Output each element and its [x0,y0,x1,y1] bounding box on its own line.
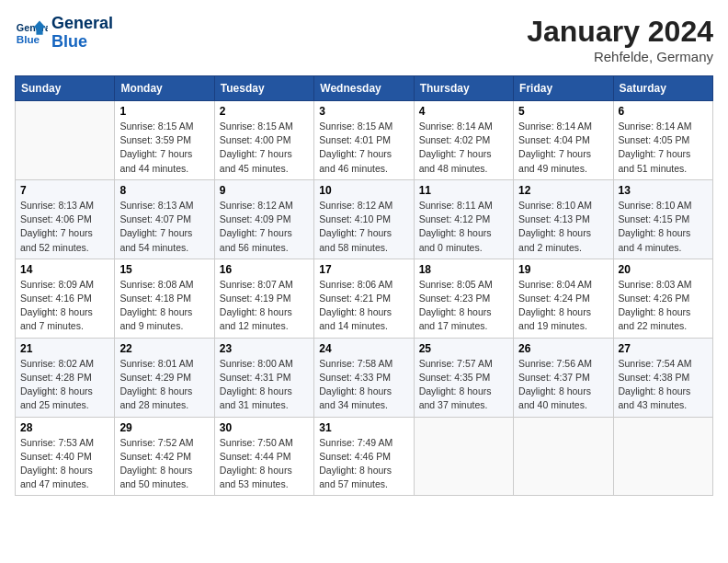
calendar-cell: 12 Sunrise: 8:10 AMSunset: 4:13 PMDaylig… [514,179,613,259]
calendar-cell: 30 Sunrise: 7:50 AMSunset: 4:44 PMDaylig… [214,417,313,496]
day-number: 21 [20,342,109,355]
day-info: Sunrise: 8:12 AMSunset: 4:10 PMDaylight:… [319,199,408,255]
day-info: Sunrise: 8:06 AMSunset: 4:21 PMDaylight:… [319,278,408,334]
calendar-cell: 27 Sunrise: 7:54 AMSunset: 4:38 PMDaylig… [613,338,712,417]
logo: General Blue General Blue [15,15,113,52]
day-number: 23 [220,342,309,355]
day-info: Sunrise: 8:14 AMSunset: 4:05 PMDaylight:… [619,120,708,176]
day-info: Sunrise: 7:57 AMSunset: 4:35 PMDaylight:… [419,357,508,413]
logo-icon: General Blue [15,17,48,50]
day-info: Sunrise: 8:08 AMSunset: 4:18 PMDaylight:… [119,278,209,334]
calendar-cell: 5 Sunrise: 8:14 AMSunset: 4:04 PMDayligh… [514,101,613,180]
day-number: 6 [619,105,708,118]
calendar-table: SundayMondayTuesdayWednesdayThursdayFrid… [15,75,713,496]
day-number: 22 [119,342,209,355]
calendar-cell: 11 Sunrise: 8:11 AMSunset: 4:12 PMDaylig… [414,179,513,259]
calendar-cell: 4 Sunrise: 8:14 AMSunset: 4:02 PMDayligh… [414,101,513,180]
day-info: Sunrise: 8:13 AMSunset: 4:06 PMDaylight:… [20,199,109,255]
day-info: Sunrise: 8:09 AMSunset: 4:16 PMDaylight:… [20,278,109,334]
calendar-cell [613,417,712,496]
calendar-cell: 28 Sunrise: 7:53 AMSunset: 4:40 PMDaylig… [16,417,115,496]
day-info: Sunrise: 7:50 AMSunset: 4:44 PMDaylight:… [220,436,309,492]
calendar-cell: 17 Sunrise: 8:06 AMSunset: 4:21 PMDaylig… [314,259,414,338]
calendar-cell: 26 Sunrise: 7:56 AMSunset: 4:37 PMDaylig… [514,338,613,417]
day-number: 15 [119,263,209,276]
calendar-cell: 9 Sunrise: 8:12 AMSunset: 4:09 PMDayligh… [214,179,313,259]
calendar-cell [16,101,115,180]
calendar-cell: 10 Sunrise: 8:12 AMSunset: 4:10 PMDaylig… [314,179,414,259]
col-tuesday: Tuesday [214,76,313,101]
calendar-cell: 23 Sunrise: 8:00 AMSunset: 4:31 PMDaylig… [214,338,313,417]
day-info: Sunrise: 8:15 AMSunset: 4:01 PMDaylight:… [319,120,408,176]
day-info: Sunrise: 8:11 AMSunset: 4:12 PMDaylight:… [419,199,508,255]
month-title: January 2024 [527,15,713,49]
calendar-cell: 1 Sunrise: 8:15 AMSunset: 3:59 PMDayligh… [115,101,214,180]
day-number: 11 [419,184,508,197]
day-number: 17 [319,263,408,276]
day-info: Sunrise: 8:13 AMSunset: 4:07 PMDaylight:… [119,199,209,255]
day-info: Sunrise: 8:15 AMSunset: 3:59 PMDaylight:… [119,120,209,176]
day-number: 9 [220,184,309,197]
col-monday: Monday [115,76,214,101]
calendar-cell: 6 Sunrise: 8:14 AMSunset: 4:05 PMDayligh… [613,101,712,180]
calendar-cell [414,417,513,496]
day-number: 8 [119,184,209,197]
day-info: Sunrise: 8:04 AMSunset: 4:24 PMDaylight:… [518,278,608,334]
calendar-week-4: 21 Sunrise: 8:02 AMSunset: 4:28 PMDaylig… [16,338,713,417]
day-info: Sunrise: 7:56 AMSunset: 4:37 PMDaylight:… [518,357,608,413]
calendar-week-1: 1 Sunrise: 8:15 AMSunset: 3:59 PMDayligh… [16,101,713,180]
day-info: Sunrise: 8:14 AMSunset: 4:02 PMDaylight:… [419,120,508,176]
calendar-cell: 22 Sunrise: 8:01 AMSunset: 4:29 PMDaylig… [115,338,214,417]
calendar-cell: 2 Sunrise: 8:15 AMSunset: 4:00 PMDayligh… [214,101,313,180]
day-number: 13 [619,184,708,197]
calendar-header: SundayMondayTuesdayWednesdayThursdayFrid… [16,76,713,101]
day-number: 10 [319,184,408,197]
title-block: January 2024 Rehfelde, Germany [527,15,713,64]
day-number: 27 [619,342,708,355]
day-number: 19 [518,263,608,276]
calendar-week-3: 14 Sunrise: 8:09 AMSunset: 4:16 PMDaylig… [16,259,713,338]
calendar-cell: 3 Sunrise: 8:15 AMSunset: 4:01 PMDayligh… [314,101,414,180]
page-header: General Blue General Blue January 2024 R… [15,15,713,64]
day-number: 14 [20,263,109,276]
day-number: 5 [518,105,608,118]
col-friday: Friday [514,76,613,101]
col-sunday: Sunday [16,76,115,101]
day-info: Sunrise: 8:15 AMSunset: 4:00 PMDaylight:… [220,120,309,176]
calendar-cell: 15 Sunrise: 8:08 AMSunset: 4:18 PMDaylig… [115,259,214,338]
calendar-cell: 16 Sunrise: 8:07 AMSunset: 4:19 PMDaylig… [214,259,313,338]
calendar-cell: 14 Sunrise: 8:09 AMSunset: 4:16 PMDaylig… [16,259,115,338]
day-number: 31 [319,421,408,434]
logo-text: General Blue [51,15,113,52]
day-number: 28 [20,421,109,434]
day-number: 16 [220,263,309,276]
calendar-cell: 25 Sunrise: 7:57 AMSunset: 4:35 PMDaylig… [414,338,513,417]
day-info: Sunrise: 7:52 AMSunset: 4:42 PMDaylight:… [119,436,209,492]
calendar-cell: 8 Sunrise: 8:13 AMSunset: 4:07 PMDayligh… [115,179,214,259]
day-number: 1 [119,105,209,118]
day-number: 24 [319,342,408,355]
col-thursday: Thursday [414,76,513,101]
day-info: Sunrise: 8:02 AMSunset: 4:28 PMDaylight:… [20,357,109,413]
day-info: Sunrise: 8:12 AMSunset: 4:09 PMDaylight:… [220,199,309,255]
calendar-cell: 24 Sunrise: 7:58 AMSunset: 4:33 PMDaylig… [314,338,414,417]
calendar-cell: 31 Sunrise: 7:49 AMSunset: 4:46 PMDaylig… [314,417,414,496]
day-info: Sunrise: 7:58 AMSunset: 4:33 PMDaylight:… [319,357,408,413]
calendar-cell: 29 Sunrise: 7:52 AMSunset: 4:42 PMDaylig… [115,417,214,496]
col-saturday: Saturday [613,76,712,101]
calendar-cell: 7 Sunrise: 8:13 AMSunset: 4:06 PMDayligh… [16,179,115,259]
col-wednesday: Wednesday [314,76,414,101]
day-number: 12 [518,184,608,197]
day-number: 2 [220,105,309,118]
calendar-cell: 13 Sunrise: 8:10 AMSunset: 4:15 PMDaylig… [613,179,712,259]
calendar-week-2: 7 Sunrise: 8:13 AMSunset: 4:06 PMDayligh… [16,179,713,259]
day-number: 26 [518,342,608,355]
day-info: Sunrise: 8:01 AMSunset: 4:29 PMDaylight:… [119,357,209,413]
day-number: 20 [619,263,708,276]
calendar-cell: 18 Sunrise: 8:05 AMSunset: 4:23 PMDaylig… [414,259,513,338]
day-info: Sunrise: 7:54 AMSunset: 4:38 PMDaylight:… [619,357,708,413]
day-info: Sunrise: 8:14 AMSunset: 4:04 PMDaylight:… [518,120,608,176]
day-info: Sunrise: 8:10 AMSunset: 4:15 PMDaylight:… [619,199,708,255]
day-info: Sunrise: 8:03 AMSunset: 4:26 PMDaylight:… [619,278,708,334]
day-info: Sunrise: 8:07 AMSunset: 4:19 PMDaylight:… [220,278,309,334]
